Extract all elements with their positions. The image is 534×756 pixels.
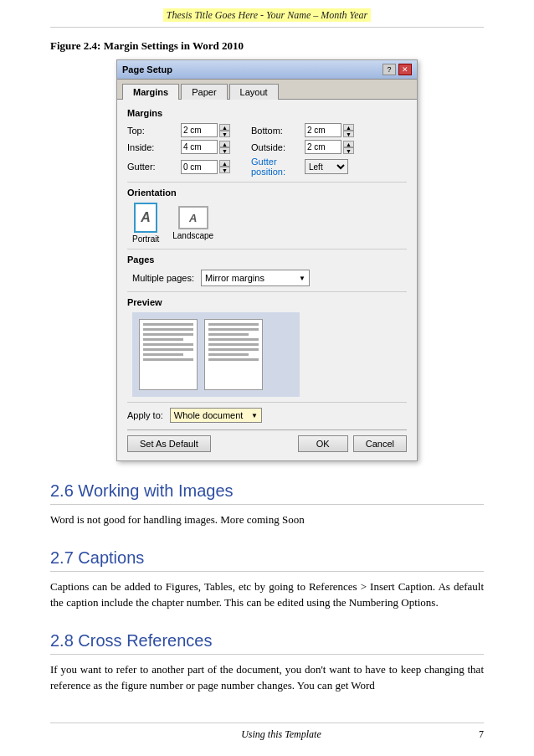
preview-line-2 xyxy=(143,328,193,331)
header-title: Thesis Title Goes Here - Your Name – Mon… xyxy=(163,8,371,22)
top-spin[interactable]: ▲ ▼ xyxy=(181,123,231,137)
preview-line-r8 xyxy=(208,358,259,361)
preview-line-r7 xyxy=(208,353,249,356)
dialog-tabs: Margins Paper Layout xyxy=(117,80,417,100)
dialog-footer: Set As Default OK Cancel xyxy=(127,429,407,452)
apply-dropdown-arrow-icon: ▼ xyxy=(251,412,258,419)
multiple-pages-dropdown[interactable]: Mirror margins ▼ xyxy=(201,270,310,286)
gutter-input[interactable] xyxy=(181,160,218,174)
page: Thesis Title Goes Here - Your Name – Mon… xyxy=(0,0,534,756)
outside-spin[interactable]: ▲ ▼ xyxy=(305,140,355,154)
apply-row: Apply to: Whole document ▼ xyxy=(127,402,407,423)
top-spin-down[interactable]: ▼ xyxy=(219,131,230,137)
tab-paper[interactable]: Paper xyxy=(181,84,227,100)
dialog-footer-right: OK Cancel xyxy=(298,435,407,452)
preview-line-r3 xyxy=(208,333,249,336)
bottom-input[interactable] xyxy=(305,123,341,137)
section-2-7: 2.7 Captions Captions can be added to Fi… xyxy=(50,548,484,611)
gutter-pos-select[interactable]: Left xyxy=(305,159,348,174)
figure-caption: Figure 2.4: Margin Settings in Word 2010 xyxy=(50,39,484,53)
outside-label: Outside: xyxy=(251,142,301,152)
preview-line-3 xyxy=(143,333,193,336)
landscape-icon: A xyxy=(178,206,208,229)
orientation-icons: A Portrait A Landscape xyxy=(132,203,407,244)
set-default-button[interactable]: Set As Default xyxy=(127,435,211,452)
dialog-close-button[interactable]: ✕ xyxy=(398,64,412,75)
top-input[interactable] xyxy=(181,123,218,137)
section-2-8-body: If you want to refer to another part of … xyxy=(50,661,484,694)
inside-spin[interactable]: ▲ ▼ xyxy=(181,140,231,154)
pages-row: Multiple pages: Mirror margins ▼ xyxy=(132,270,407,286)
gutter-pos-label: Gutter position: xyxy=(251,157,301,177)
preview-line-r1 xyxy=(208,323,259,326)
footer-center-text: Using this Template xyxy=(84,728,479,741)
outside-spin-down[interactable]: ▼ xyxy=(343,147,354,154)
bottom-spin-down[interactable]: ▼ xyxy=(343,131,354,137)
preview-section: Preview xyxy=(127,291,407,397)
preview-title: Preview xyxy=(127,297,407,307)
inside-input[interactable] xyxy=(181,140,218,154)
gutter-pos-dropdown[interactable]: Left xyxy=(305,159,355,174)
preview-line-6 xyxy=(143,348,193,351)
bottom-spin-up[interactable]: ▲ xyxy=(343,124,354,131)
tab-layout[interactable]: Layout xyxy=(229,84,279,100)
apply-value: Whole document xyxy=(174,410,244,420)
inside-spin-up[interactable]: ▲ xyxy=(219,141,230,147)
page-header: Thesis Title Goes Here - Your Name – Mon… xyxy=(50,8,484,28)
gutter-spin[interactable]: ▲ ▼ xyxy=(181,160,231,174)
preview-area xyxy=(132,312,300,397)
preview-line-5 xyxy=(143,343,193,346)
portrait-option[interactable]: A Portrait xyxy=(132,203,159,244)
outside-input[interactable] xyxy=(305,140,341,154)
multiple-pages-value: Mirror margins xyxy=(205,273,264,283)
dialog-title: Page Setup xyxy=(122,64,172,75)
preview-line-7 xyxy=(143,353,183,356)
dialog-help-button[interactable]: ? xyxy=(383,64,396,75)
preview-line-r4 xyxy=(208,338,259,341)
dialog-footer-left: Set As Default xyxy=(127,435,211,452)
preview-page-left xyxy=(139,319,198,390)
section-2-6-heading: 2.6 Working with Images xyxy=(50,481,484,505)
section-2-6: 2.6 Working with Images Word is not good… xyxy=(50,481,484,528)
gutter-spin-up[interactable]: ▲ xyxy=(219,160,230,167)
preview-line-1 xyxy=(143,323,193,326)
preview-page-right xyxy=(204,319,263,390)
bottom-spin-buttons: ▲ ▼ xyxy=(343,124,354,137)
margins-section-title: Margins xyxy=(127,108,407,118)
dialog-controls: ? ✕ xyxy=(383,64,412,75)
dialog-titlebar: Page Setup ? ✕ xyxy=(117,60,417,80)
dialog-screenshot: Page Setup ? ✕ Margins Paper Layout Marg… xyxy=(116,59,418,461)
pages-section: Pages Multiple pages: Mirror margins ▼ xyxy=(127,249,407,286)
bottom-spin[interactable]: ▲ ▼ xyxy=(305,123,355,137)
cancel-button[interactable]: Cancel xyxy=(353,435,407,452)
preview-line-4 xyxy=(143,338,183,341)
apply-dropdown[interactable]: Whole document ▼ xyxy=(170,408,262,423)
portrait-icon: A xyxy=(134,203,157,233)
outside-spin-buttons: ▲ ▼ xyxy=(343,141,354,154)
preview-line-8 xyxy=(143,358,193,361)
multiple-pages-label: Multiple pages: xyxy=(132,273,194,283)
section-2-6-body: Word is not good for handling images. Mo… xyxy=(50,512,484,528)
dialog-body: Margins Top: ▲ ▼ Bottom: ▲ ▼ xyxy=(117,100,417,460)
top-spin-up[interactable]: ▲ xyxy=(219,124,230,131)
gutter-spin-down[interactable]: ▼ xyxy=(219,167,230,173)
margins-grid: Top: ▲ ▼ Bottom: ▲ ▼ xyxy=(127,123,407,177)
orientation-title: Orientation xyxy=(127,188,407,198)
inside-label: Inside: xyxy=(127,142,177,152)
page-footer: Using this Template 7 xyxy=(50,723,484,741)
inside-spin-down[interactable]: ▼ xyxy=(219,147,230,154)
portrait-letter: A xyxy=(141,210,151,225)
landscape-label: Landscape xyxy=(172,231,213,240)
preview-line-r2 xyxy=(208,328,259,331)
portrait-label: Portrait xyxy=(132,234,159,244)
top-spin-buttons: ▲ ▼ xyxy=(219,124,230,137)
top-label: Top: xyxy=(127,126,177,136)
outside-spin-up[interactable]: ▲ xyxy=(343,141,354,147)
landscape-letter: A xyxy=(189,212,197,224)
dropdown-arrow-icon: ▼ xyxy=(299,275,306,282)
gutter-label: Gutter: xyxy=(127,162,177,172)
section-2-7-heading: 2.7 Captions xyxy=(50,548,484,572)
ok-button[interactable]: OK xyxy=(298,435,348,452)
tab-margins[interactable]: Margins xyxy=(122,84,179,100)
landscape-option[interactable]: A Landscape xyxy=(172,206,213,240)
